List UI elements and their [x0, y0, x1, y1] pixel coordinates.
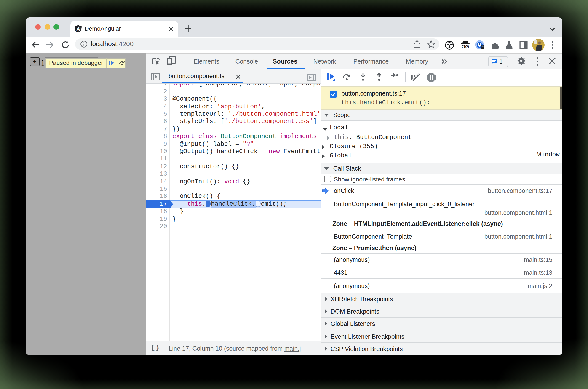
svg-text:A: A [76, 26, 80, 32]
svg-text:OG: OG [461, 44, 469, 49]
